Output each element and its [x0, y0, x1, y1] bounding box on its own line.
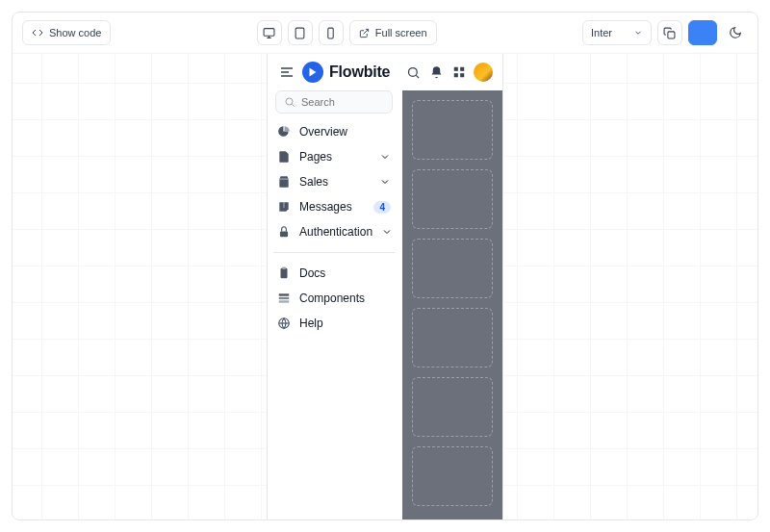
monitor-icon — [263, 27, 275, 39]
font-select-label: Inter — [591, 27, 612, 38]
svg-point-13 — [408, 67, 417, 76]
messages-badge: 4 — [373, 201, 391, 214]
svg-rect-15 — [454, 67, 458, 71]
document-icon — [277, 150, 291, 164]
moon-icon — [729, 26, 742, 39]
tablet-view-button[interactable] — [288, 20, 313, 45]
copy-button[interactable] — [657, 20, 682, 45]
sidebar-item-messages[interactable]: Messages 4 — [273, 194, 395, 219]
sidebar-divider — [273, 252, 395, 253]
full-screen-button[interactable]: Full screen — [349, 20, 437, 45]
content-placeholder — [412, 169, 493, 229]
content-placeholder — [412, 377, 493, 437]
show-code-label: Show code — [49, 27, 101, 38]
svg-line-20 — [292, 104, 294, 106]
svg-rect-22 — [281, 268, 288, 279]
pie-chart-icon — [277, 125, 291, 139]
chevron-down-icon — [379, 176, 391, 188]
brand-logo — [302, 62, 323, 83]
chevron-down-icon — [633, 28, 643, 38]
notifications-button[interactable] — [427, 63, 445, 81]
content-placeholder — [412, 239, 493, 298]
primary-action-button[interactable] — [688, 20, 717, 45]
sidebar-item-overview[interactable]: Overview — [273, 119, 395, 144]
full-screen-label: Full screen — [375, 27, 427, 38]
user-avatar[interactable] — [474, 63, 493, 82]
svg-rect-17 — [454, 73, 458, 77]
svg-rect-21 — [280, 231, 288, 237]
content-placeholder — [412, 446, 493, 506]
app-header: Flowbite — [268, 54, 502, 90]
chevron-down-icon — [379, 151, 391, 163]
dark-mode-button[interactable] — [723, 20, 748, 45]
play-icon — [307, 66, 319, 78]
header-search-button[interactable] — [404, 63, 422, 81]
mobile-icon — [324, 27, 337, 39]
svg-rect-3 — [295, 28, 304, 38]
sidebar-item-label: Authentication — [299, 225, 372, 239]
preview-workspace: Flowbite — [13, 54, 757, 519]
clipboard-icon — [277, 266, 291, 280]
sidebar-item-label: Docs — [299, 266, 391, 280]
sidebar-item-label: Help — [299, 317, 391, 330]
sidebar-item-label: Components — [299, 291, 391, 305]
collection-icon — [277, 291, 291, 305]
sidebar-item-help[interactable]: Help — [273, 311, 395, 336]
search-input[interactable] — [301, 96, 384, 108]
menu-icon — [279, 64, 295, 80]
svg-rect-23 — [282, 267, 286, 269]
svg-rect-5 — [328, 28, 333, 38]
shopping-bag-icon — [277, 175, 291, 189]
sidebar-item-pages[interactable]: Pages — [273, 144, 395, 169]
sidebar-item-label: Pages — [299, 150, 371, 164]
sidebar-item-sales[interactable]: Sales — [273, 169, 395, 194]
sidebar-search[interactable] — [275, 90, 393, 114]
sidebar-item-label: Sales — [299, 175, 371, 189]
svg-rect-8 — [668, 31, 675, 38]
mobile-preview-frame: Flowbite — [267, 54, 503, 519]
search-icon — [284, 96, 295, 108]
sidebar-item-docs[interactable]: Docs — [273, 261, 395, 286]
sidebar-item-label: Messages — [299, 200, 365, 214]
tablet-icon — [294, 27, 306, 39]
font-select[interactable]: Inter — [582, 20, 652, 45]
inbox-icon — [277, 200, 291, 214]
apps-button[interactable] — [450, 63, 468, 81]
mobile-view-button[interactable] — [319, 20, 344, 45]
copy-icon — [663, 27, 676, 39]
sidebar-item-components[interactable]: Components — [273, 286, 395, 311]
svg-rect-26 — [279, 300, 290, 302]
lock-icon — [277, 225, 291, 239]
sidebar: Overview Pages Sales Messages — [268, 90, 400, 347]
chevron-down-icon — [381, 226, 393, 238]
grid-icon — [452, 65, 466, 79]
sidebar-item-label: Overview — [299, 125, 391, 139]
external-link-icon — [359, 28, 370, 38]
svg-point-19 — [286, 98, 293, 105]
svg-marker-12 — [310, 68, 317, 77]
svg-rect-0 — [264, 28, 274, 36]
svg-line-7 — [363, 29, 368, 34]
content-placeholder — [412, 308, 493, 367]
svg-rect-16 — [460, 67, 464, 71]
menu-toggle-button[interactable] — [277, 63, 296, 82]
desktop-view-button[interactable] — [257, 20, 282, 45]
show-code-button[interactable]: Show code — [22, 20, 111, 45]
preview-toolbar: Show code Full screen — [13, 13, 757, 54]
code-icon — [32, 27, 43, 38]
globe-icon — [277, 317, 291, 330]
svg-line-14 — [416, 75, 419, 78]
content-placeholder — [412, 100, 493, 160]
content-area — [402, 90, 502, 519]
bell-icon — [429, 65, 444, 80]
svg-rect-25 — [279, 297, 290, 299]
brand-name: Flowbite — [329, 63, 390, 81]
search-icon — [406, 65, 421, 80]
svg-rect-24 — [279, 293, 290, 295]
sidebar-item-authentication[interactable]: Authentication — [273, 219, 395, 244]
svg-rect-18 — [460, 73, 464, 77]
